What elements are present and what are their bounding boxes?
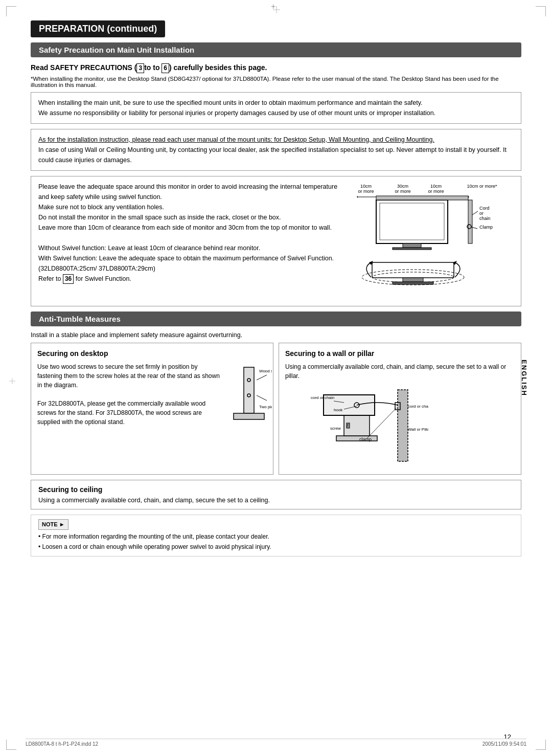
- boxed-num-36: 36: [63, 274, 74, 284]
- diagram-line-3: Do not install the monitor in the small …: [38, 212, 345, 223]
- svg-rect-27: [468, 200, 472, 243]
- svg-rect-43: [244, 367, 254, 413]
- svg-text:10cm: 10cm: [360, 184, 371, 189]
- svg-rect-25: [393, 248, 431, 250]
- note-arrow: ►: [59, 521, 65, 527]
- svg-text:chain: chain: [479, 216, 491, 221]
- anti-tumble-intro: Install in a stable place and implement …: [31, 331, 521, 339]
- svg-text:or more: or more: [358, 189, 374, 194]
- diagram-line-4: Leave more than 10cm of clearance from e…: [38, 223, 345, 233]
- securing-wall-body: Using a commercially available cord, cha…: [285, 362, 515, 381]
- diagram-line-6: With Swivel function: Leave the adequate…: [38, 253, 345, 263]
- securing-desktop-text: Use two wood screws to secure the set fi…: [37, 362, 222, 436]
- preparation-header: PREPARATION (continued): [31, 20, 165, 37]
- securing-wall-title: Securing to a wall or pillar: [285, 348, 515, 359]
- info-box-1-line2: We assume no responsibility or liability…: [38, 108, 514, 118]
- securing-ceiling-box: Securing to ceiling Using a commercially…: [31, 480, 521, 509]
- diagram-line-8: Refer to 36 for Swivel Function.: [38, 274, 345, 284]
- svg-rect-41: [403, 278, 423, 282]
- anti-tumble-section: Anti-Tumble Measures Install in a stable…: [31, 312, 521, 509]
- desktop-screw-diagram: Wood screw Two places: [226, 362, 272, 434]
- boxed-num-6: 6: [162, 63, 169, 73]
- svg-text:30cm: 30cm: [397, 184, 408, 189]
- svg-rect-24: [403, 243, 421, 248]
- diagram-area: 10cm or more 30cm or more 10cm or more 1…: [350, 182, 514, 301]
- read-safety-pre: Read SAFETY PRECAUTIONS (: [31, 63, 136, 72]
- svg-rect-56: [347, 423, 350, 428]
- svg-text:10cm: 10cm: [430, 184, 441, 189]
- svg-rect-35: [376, 196, 468, 200]
- info-box-2-underlined: As for the installation instruction, ple…: [38, 135, 514, 145]
- diagram-text: Please leave the adequate space around t…: [38, 182, 345, 301]
- svg-text:screw: screw: [330, 426, 341, 431]
- diagram-line-7: (32LD8800TA:25cm/ 37LD8800TA:29cm): [38, 263, 345, 274]
- svg-text:hook: hook: [334, 408, 343, 412]
- securing-desktop-diagram: Wood screw Two places: [226, 362, 267, 436]
- footer-bar: LD8800TA-8 t h-P1-P24.indd 12 2005/11/09…: [26, 739, 526, 747]
- read-safety-to-word: to: [151, 63, 162, 72]
- svg-rect-23: [376, 200, 448, 243]
- diagram-line-1: Please leave the adequate space around t…: [38, 182, 345, 202]
- securing-ceiling-body: Using a commercially available cord, cha…: [38, 497, 514, 504]
- svg-text:Two places: Two places: [259, 405, 272, 409]
- info-box-1: When installing the main unit, be sure t…: [31, 92, 521, 124]
- svg-text:or more: or more: [428, 189, 444, 194]
- svg-text:or more: or more: [395, 189, 410, 194]
- svg-line-47: [257, 375, 267, 380]
- securing-desktop-body2: For 32LD8800TA, please get the commercia…: [37, 399, 222, 427]
- read-safety-title: Read SAFETY PRECAUTIONS (3to to 6) caref…: [31, 63, 521, 73]
- svg-text:Clamp: Clamp: [479, 225, 493, 230]
- safety-header: Safety Precaution on Main Unit Installat…: [31, 42, 521, 57]
- note-label: NOTE ►: [38, 519, 68, 530]
- note-box: NOTE ► • For more information regarding …: [31, 515, 521, 557]
- svg-rect-26: [380, 203, 444, 240]
- diagram-line-5: Without Swivel function: Leave at least …: [38, 243, 345, 253]
- svg-text:10cm or more*: 10cm or more*: [467, 184, 497, 189]
- securing-desktop-body: Use two wood screws to secure the set fi…: [37, 362, 222, 390]
- boxed-num-3: 3: [136, 63, 144, 73]
- note-bullet-1: • For more information regarding the mou…: [38, 532, 514, 542]
- diagram-box: Please leave the adequate space around t…: [31, 176, 521, 306]
- svg-text:cord or chain: cord or chain: [408, 404, 428, 409]
- securing-desktop-box: Securing on desktop Use two wood screws …: [31, 343, 273, 475]
- svg-rect-44: [234, 413, 264, 419]
- monitor-top-diagram: 10cm or more 30cm or more 10cm or more 1…: [357, 182, 508, 251]
- svg-rect-54: [398, 390, 408, 461]
- note-bullet-2: • Loosen a cord or chain enough while op…: [38, 542, 514, 552]
- monitor-swivel-diagram: [357, 255, 508, 301]
- svg-text:Wood screw: Wood screw: [259, 369, 272, 373]
- securing-desktop-title: Securing on desktop: [37, 348, 267, 359]
- svg-text:clamp: clamp: [359, 437, 372, 442]
- diagram-line-2: Make sure not to block any ventilation h…: [38, 202, 345, 212]
- read-safety-subtitle: *When installing the monitor, use the De…: [31, 76, 521, 88]
- svg-text:or: or: [479, 211, 484, 216]
- read-safety-to: to: [144, 63, 151, 72]
- svg-text:Wall or Pillar: Wall or Pillar: [408, 427, 428, 432]
- footer-right: 2005/11/09 9:54:01: [482, 741, 526, 747]
- note-label-text: NOTE: [42, 521, 58, 527]
- info-box-2: As for the installation instruction, ple…: [31, 129, 521, 171]
- anti-tumble-header: Anti-Tumble Measures: [31, 312, 521, 326]
- securing-ceiling-title: Securing to ceiling: [38, 485, 514, 494]
- securing-grid: Securing on desktop Use two wood screws …: [31, 343, 521, 475]
- securing-desktop-content: Use two wood screws to secure the set fi…: [37, 362, 267, 436]
- svg-rect-42: [393, 282, 433, 284]
- info-box-2-body: In case of using Wall or Ceiling Mountin…: [38, 145, 514, 165]
- svg-line-31: [472, 211, 478, 215]
- svg-marker-12: [357, 196, 358, 198]
- securing-wall-box: Securing to a wall or pillar Using a com…: [279, 343, 521, 475]
- footer-left: LD8800TA-8 t h-P1-P24.indd 12: [26, 741, 98, 747]
- svg-text:Cord: Cord: [479, 206, 490, 211]
- wall-securing-diagram: cord or chain cord or chain hook screw c…: [285, 385, 428, 466]
- read-safety-post: ) carefully besides this page.: [169, 63, 267, 72]
- svg-line-49: [257, 395, 267, 401]
- info-box-1-line1: When installing the main unit, be sure t…: [38, 98, 514, 108]
- svg-rect-36: [372, 262, 454, 278]
- svg-text:cord or chain: cord or chain: [311, 395, 334, 400]
